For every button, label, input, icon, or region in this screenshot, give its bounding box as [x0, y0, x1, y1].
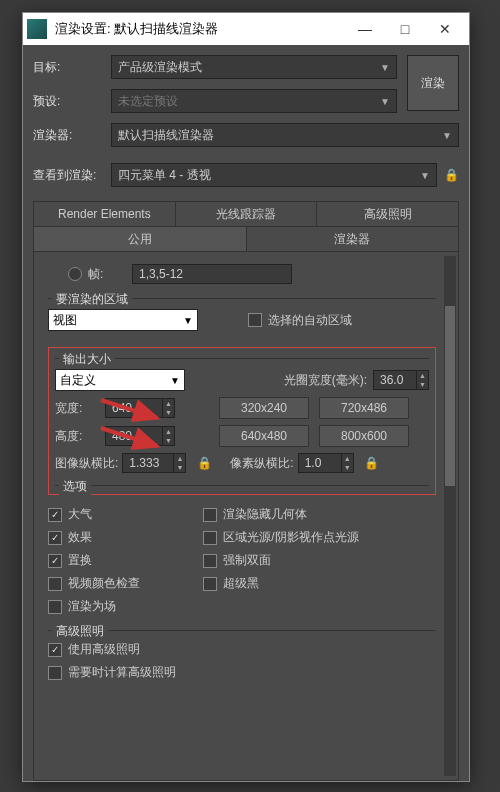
option-checkbox[interactable]: [203, 554, 217, 568]
option-checkbox[interactable]: [203, 508, 217, 522]
height-spinner[interactable]: 480 ▲▼: [105, 426, 175, 446]
auto-region-checkbox[interactable]: [248, 313, 262, 327]
spin-up-icon[interactable]: ▲: [174, 454, 185, 463]
renderer-value: 默认扫描线渲染器: [118, 127, 214, 144]
option-label: 渲染为场: [68, 598, 116, 615]
compute-adv-lighting-checkbox[interactable]: [48, 666, 62, 680]
render-settings-window: 渲染设置: 默认扫描线渲染器 — □ ✕ 目标: 产品级渲染模式 ▼ 预设:: [22, 12, 470, 782]
preset-640x480-button[interactable]: 640x480: [219, 425, 309, 447]
spin-up-icon[interactable]: ▲: [342, 454, 353, 463]
tab-renderer[interactable]: 渲染器: [247, 227, 459, 251]
option-checkbox[interactable]: [48, 600, 62, 614]
spin-up-icon[interactable]: ▲: [163, 399, 174, 408]
use-adv-lighting-label: 使用高级照明: [68, 641, 140, 658]
lock-icon[interactable]: 🔒: [364, 455, 380, 471]
options-group-title: 选项: [59, 478, 91, 495]
highlight-box: 输出大小 自定义 ▼ 光圈宽度(毫米): 36.0 ▲▼: [48, 347, 436, 495]
area-group-title: 要渲染的区域: [52, 291, 132, 308]
minimize-button[interactable]: —: [345, 15, 385, 43]
common-panel: 帧: 1,3,5-12 要渲染的区域 视图 ▼ 选择的自动区域 输出大小: [33, 252, 459, 781]
spin-down-icon[interactable]: ▼: [174, 463, 185, 472]
preset-select[interactable]: 未选定预设 ▼: [111, 89, 397, 113]
option-checkbox[interactable]: [48, 577, 62, 591]
height-label: 高度:: [55, 428, 105, 445]
titlebar[interactable]: 渲染设置: 默认扫描线渲染器 — □ ✕: [23, 13, 469, 45]
option-label: 强制双面: [223, 552, 271, 569]
option-checkbox[interactable]: [203, 577, 217, 591]
spin-down-icon[interactable]: ▼: [342, 463, 353, 472]
chevron-down-icon: ▼: [380, 96, 390, 107]
renderer-select[interactable]: 默认扫描线渲染器 ▼: [111, 123, 459, 147]
option-item: 效果: [48, 529, 203, 546]
auto-region-label: 选择的自动区域: [268, 312, 352, 329]
output-custom-value: 自定义: [60, 372, 96, 389]
area-select-value: 视图: [53, 312, 77, 329]
option-label: 大气: [68, 506, 92, 523]
close-button[interactable]: ✕: [425, 15, 465, 43]
preset-720x486-button[interactable]: 720x486: [319, 397, 409, 419]
option-label: 渲染隐藏几何体: [223, 506, 307, 523]
compute-adv-lighting-label: 需要时计算高级照明: [68, 664, 176, 681]
spin-down-icon[interactable]: ▼: [163, 408, 174, 417]
pixel-aspect-label: 像素纵横比:: [230, 455, 293, 472]
chevron-down-icon: ▼: [442, 130, 452, 141]
app-icon: [27, 19, 47, 39]
option-label: 视频颜色检查: [68, 575, 140, 592]
maximize-button[interactable]: □: [385, 15, 425, 43]
render-button[interactable]: 渲染: [407, 55, 459, 111]
area-select[interactable]: 视图 ▼: [48, 309, 198, 331]
option-item: 超级黑: [203, 575, 436, 592]
image-aspect-label: 图像纵横比:: [55, 455, 118, 472]
lock-icon[interactable]: 🔒: [443, 167, 459, 183]
tab-common[interactable]: 公用: [34, 227, 247, 251]
pixel-aspect-spinner[interactable]: 1.0 ▲▼: [298, 453, 354, 473]
target-select[interactable]: 产品级渲染模式 ▼: [111, 55, 397, 79]
spin-up-icon[interactable]: ▲: [163, 427, 174, 436]
chevron-down-icon: ▼: [183, 315, 193, 326]
frames-radio[interactable]: [68, 267, 82, 281]
target-label: 目标:: [33, 59, 111, 76]
spin-down-icon[interactable]: ▼: [163, 436, 174, 445]
chevron-down-icon: ▼: [170, 375, 180, 386]
aperture-label: 光圈宽度(毫米):: [284, 372, 367, 389]
option-item: 渲染隐藏几何体: [203, 506, 436, 523]
option-checkbox[interactable]: [48, 508, 62, 522]
spin-down-icon[interactable]: ▼: [417, 380, 428, 389]
renderer-label: 渲染器:: [33, 127, 111, 144]
options-grid: 大气渲染隐藏几何体效果区域光源/阴影视作点光源置换强制双面视频颜色检查超级黑渲染…: [48, 503, 436, 618]
tab-raytracer[interactable]: 光线跟踪器: [176, 202, 318, 226]
width-spinner[interactable]: 640 ▲▼: [105, 398, 175, 418]
width-value: 640: [106, 401, 162, 415]
option-item: 置换: [48, 552, 203, 569]
viewto-select[interactable]: 四元菜单 4 - 透视 ▼: [111, 163, 437, 187]
chevron-down-icon: ▼: [420, 170, 430, 181]
option-checkbox[interactable]: [48, 531, 62, 545]
output-group-title: 输出大小: [59, 351, 115, 368]
adv-lighting-group-title: 高级照明: [52, 623, 108, 640]
output-custom-select[interactable]: 自定义 ▼: [55, 369, 185, 391]
tab-render-elements[interactable]: Render Elements: [34, 202, 176, 226]
image-aspect-spinner[interactable]: 1.333 ▲▼: [122, 453, 186, 473]
aperture-spinner[interactable]: 36.0 ▲▼: [373, 370, 429, 390]
spin-up-icon[interactable]: ▲: [417, 371, 428, 380]
option-item: 大气: [48, 506, 203, 523]
option-label: 置换: [68, 552, 92, 569]
scrollbar-thumb[interactable]: [445, 306, 455, 486]
tab-advanced-lighting[interactable]: 高级照明: [317, 202, 458, 226]
option-checkbox[interactable]: [48, 554, 62, 568]
option-item: 强制双面: [203, 552, 436, 569]
scrollbar[interactable]: [444, 256, 456, 776]
preset-800x600-button[interactable]: 800x600: [319, 425, 409, 447]
aperture-value: 36.0: [374, 373, 416, 387]
option-item: 渲染为场: [48, 598, 203, 615]
option-checkbox[interactable]: [203, 531, 217, 545]
use-adv-lighting-checkbox[interactable]: [48, 643, 62, 657]
frames-input[interactable]: 1,3,5-12: [132, 264, 292, 284]
viewto-label: 查看到渲染:: [33, 167, 111, 184]
option-label: 超级黑: [223, 575, 259, 592]
viewto-value: 四元菜单 4 - 透视: [118, 167, 211, 184]
preset-320x240-button[interactable]: 320x240: [219, 397, 309, 419]
lock-icon[interactable]: 🔒: [196, 455, 212, 471]
chevron-down-icon: ▼: [380, 62, 390, 73]
preset-label: 预设:: [33, 93, 111, 110]
